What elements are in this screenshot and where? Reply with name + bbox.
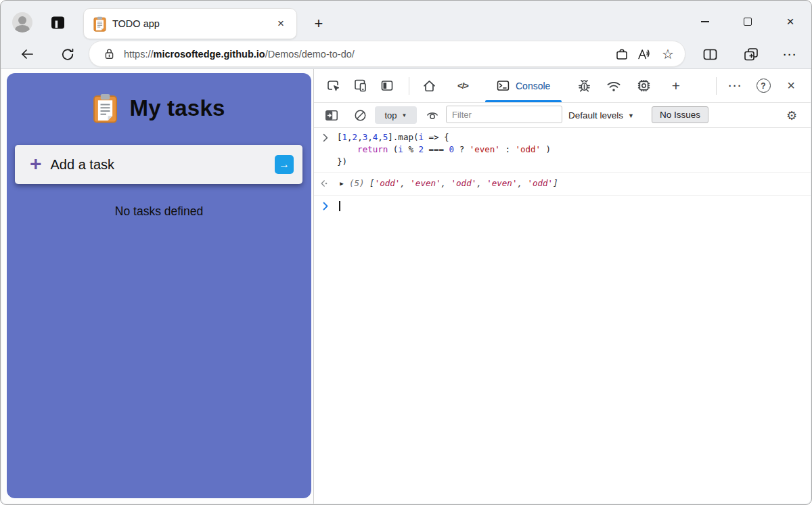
inspect-icon xyxy=(326,79,340,93)
tab-memory[interactable] xyxy=(631,69,656,102)
inspect-element-button[interactable] xyxy=(321,69,345,102)
tab-issues[interactable] xyxy=(572,69,596,102)
code-brackets-icon: </> xyxy=(457,81,468,91)
add-task-form[interactable]: + Add a task → xyxy=(15,145,302,184)
devtools-tab-bar: </> Console + ··· ? × xyxy=(314,69,811,103)
split-screen-button[interactable] xyxy=(698,43,721,66)
lock-icon[interactable] xyxy=(104,48,114,60)
issues-counter-label: No Issues xyxy=(660,110,700,120)
prompt-chevron-icon xyxy=(314,202,337,211)
text-cursor xyxy=(339,201,340,211)
refresh-icon xyxy=(61,47,75,62)
window-minimize-button[interactable] xyxy=(690,10,721,33)
bug-icon xyxy=(577,79,591,93)
tabbar-divider xyxy=(716,77,717,95)
dock-side-button[interactable] xyxy=(375,69,399,102)
clipboard-icon xyxy=(93,93,118,123)
back-button[interactable] xyxy=(16,43,39,66)
app-header: My tasks xyxy=(7,73,311,123)
arrow-right-icon: → xyxy=(279,158,290,171)
address-bar[interactable]: https://microsoftedge.github.io/Demos/de… xyxy=(89,41,685,67)
chevron-down-icon: ▼ xyxy=(628,112,634,119)
tab-favicon-clipboard-icon xyxy=(93,16,106,32)
console-filter-input[interactable] xyxy=(446,106,562,123)
help-icon: ? xyxy=(757,79,771,93)
devtools-menu-button[interactable]: ··· xyxy=(723,69,748,102)
log-levels-dropdown[interactable]: Default levels ▼ xyxy=(568,103,634,128)
device-emulation-icon xyxy=(353,79,367,93)
clear-icon xyxy=(354,109,367,122)
page-viewport: My tasks + Add a task → No tasks defined xyxy=(1,69,314,504)
collections-button[interactable] xyxy=(740,43,763,66)
window-maximize-button[interactable] xyxy=(732,10,763,33)
command-chevron-icon xyxy=(314,131,337,168)
refresh-button[interactable] xyxy=(56,43,79,66)
result-return-icon xyxy=(314,179,334,188)
browser-toolbar: https://microsoftedge.github.io/Demos/de… xyxy=(1,39,811,69)
split-screen-icon xyxy=(702,47,718,62)
code-line: }) xyxy=(337,156,551,168)
code-line: [1,2,3,4,5].map(i => { xyxy=(337,131,551,144)
plus-icon: + xyxy=(672,78,680,94)
console-tab-label: Console xyxy=(516,81,550,91)
console-prompt[interactable] xyxy=(314,196,811,214)
empty-state-text: No tasks defined xyxy=(7,204,311,219)
eye-icon xyxy=(426,110,439,121)
more-tabs-button[interactable]: + xyxy=(664,69,688,102)
tab-welcome[interactable] xyxy=(417,69,441,102)
console-toolbar: top ▼ Default levels ▼ No Issues ⚙ xyxy=(314,103,811,128)
favorites-button[interactable]: ☆ xyxy=(656,43,679,66)
devtools-panel: </> Console + ··· ? × xyxy=(314,69,811,504)
code-line: return (i % 2 === 0 ? 'even' : 'odd' ) xyxy=(337,144,551,156)
console-result-entry: ▶ (5) ['odd', 'even', 'odd', 'even', 'od… xyxy=(314,173,811,196)
url-protocol: https:// xyxy=(124,49,154,60)
briefcase-icon xyxy=(615,47,629,61)
gear-icon: ⚙ xyxy=(786,108,797,123)
collections-icon xyxy=(743,47,759,62)
content-area: My tasks + Add a task → No tasks defined xyxy=(1,69,811,504)
memory-chip-icon xyxy=(637,79,651,93)
wifi-icon xyxy=(606,79,621,93)
context-selector[interactable]: top ▼ xyxy=(375,106,417,124)
page-title: My tasks xyxy=(129,95,225,121)
read-aloud-icon xyxy=(637,47,653,61)
close-icon: × xyxy=(787,78,795,93)
sidebar-arrow-icon xyxy=(325,110,338,121)
devtools-help-button[interactable]: ? xyxy=(751,69,775,102)
console-settings-button[interactable]: ⚙ xyxy=(782,106,802,125)
back-arrow-icon xyxy=(20,47,35,62)
tab-close-icon[interactable]: × xyxy=(273,16,288,31)
command-code: [1,2,3,4,5].map(i => { return (i % 2 ===… xyxy=(337,131,551,168)
console-output[interactable]: [1,2,3,4,5].map(i => { return (i % 2 ===… xyxy=(314,128,811,504)
device-emulation-button[interactable] xyxy=(348,69,372,102)
star-icon: ☆ xyxy=(662,47,674,61)
tabbar-divider xyxy=(409,77,409,95)
live-expression-button[interactable] xyxy=(422,106,443,125)
context-selector-value: top xyxy=(385,110,397,120)
tab-console[interactable]: Console xyxy=(485,69,562,102)
new-tab-button[interactable]: + xyxy=(309,14,328,33)
add-task-label[interactable]: Add a task xyxy=(51,157,115,173)
tab-elements[interactable]: </> xyxy=(451,69,475,102)
browser-menu-button[interactable]: ··· xyxy=(779,43,802,66)
log-levels-label: Default levels xyxy=(568,110,623,120)
active-tab-underline xyxy=(485,100,562,102)
console-sidebar-toggle[interactable] xyxy=(321,106,342,125)
issues-counter-button[interactable]: No Issues xyxy=(652,106,708,123)
window-close-button[interactable]: × xyxy=(775,10,806,33)
url-text: https://microsoftedge.github.io/Demos/de… xyxy=(124,49,610,60)
tab-network-conditions[interactable] xyxy=(602,69,626,102)
workspaces-icon[interactable] xyxy=(49,14,66,31)
read-aloud-button[interactable] xyxy=(633,43,656,66)
profile-avatar-icon[interactable] xyxy=(12,12,32,32)
minimize-icon xyxy=(701,21,709,22)
site-permissions-button[interactable] xyxy=(610,43,633,66)
disclosure-triangle-icon[interactable]: ▶ xyxy=(334,180,349,187)
add-task-submit-button[interactable]: → xyxy=(275,155,294,174)
console-command-entry: [1,2,3,4,5].map(i => { return (i % 2 ===… xyxy=(314,128,811,173)
devtools-close-button[interactable]: × xyxy=(779,69,803,102)
clear-console-button[interactable] xyxy=(350,106,370,125)
browser-tab[interactable]: TODO app × xyxy=(83,8,297,39)
result-value[interactable]: (5) ['odd', 'even', 'odd', 'even', 'odd'… xyxy=(349,177,558,190)
dock-panel-icon xyxy=(380,79,394,92)
